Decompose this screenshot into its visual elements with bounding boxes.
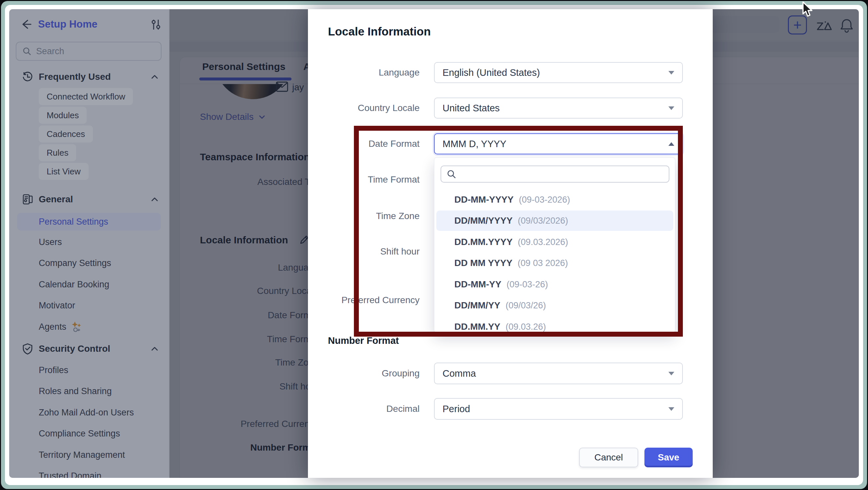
chevron-down-icon [669, 106, 674, 110]
save-button[interactable]: Save [645, 448, 693, 467]
cancel-button[interactable]: Cancel [579, 448, 638, 467]
language-label: Language [308, 67, 420, 78]
grouping-value: Comma [442, 368, 476, 379]
language-value: English (United States) [442, 67, 540, 78]
chevron-down-icon [669, 71, 674, 74]
grouping-label: Grouping [308, 368, 420, 379]
country-locale-select[interactable]: United States [434, 97, 683, 119]
decimal-label: Decimal [308, 404, 420, 414]
modal-title: Locale Information [328, 25, 431, 38]
decimal-select[interactable]: Period [434, 398, 683, 420]
mouse-cursor [801, 1, 816, 20]
annotation-highlight-box [354, 126, 683, 337]
country-locale-label: Country Locale [308, 103, 420, 113]
screenshot-root: Setup Home Search Frequently Used [0, 0, 868, 490]
chevron-down-icon [669, 407, 674, 411]
grouping-select[interactable]: Comma [434, 363, 683, 384]
country-locale-value: United States [442, 103, 500, 114]
language-select[interactable]: English (United States) [434, 62, 683, 83]
chevron-down-icon [669, 372, 674, 375]
decimal-value: Period [442, 404, 470, 415]
number-format-heading: Number Format [328, 335, 399, 346]
